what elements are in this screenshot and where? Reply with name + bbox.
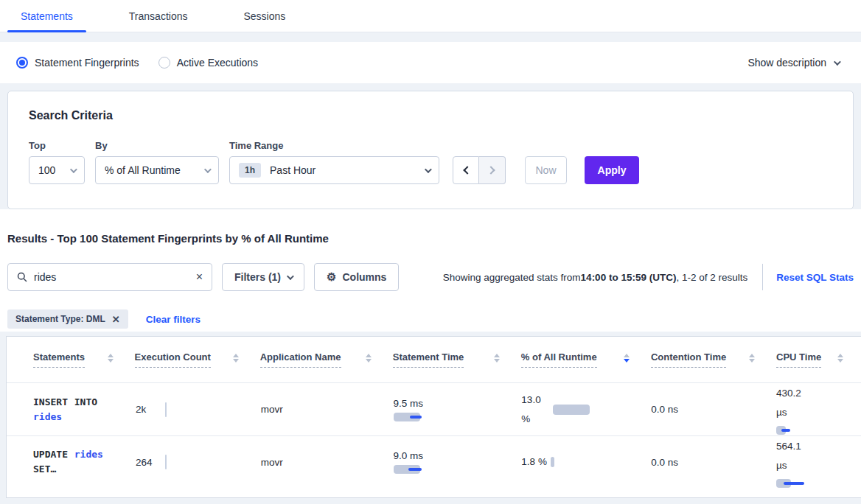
radio-label: Statement Fingerprints bbox=[35, 57, 139, 69]
col-header-statement-time[interactable]: Statement Time bbox=[389, 337, 517, 382]
cpu-time-bar bbox=[776, 479, 810, 488]
by-select[interactable]: % of All Runtime bbox=[95, 156, 219, 184]
time-range-select[interactable]: 1h Past Hour bbox=[229, 156, 439, 184]
tab-label: Sessions bbox=[243, 10, 285, 22]
col-header-runtime-pct[interactable]: % of All Runtime bbox=[517, 337, 647, 382]
filters-button[interactable]: Filters (1) bbox=[222, 263, 304, 291]
cpu-time-value: 564.1 µs bbox=[776, 437, 810, 475]
sort-icon[interactable] bbox=[108, 354, 114, 365]
radio-label: Active Executions bbox=[177, 57, 259, 69]
time-range-badge: 1h bbox=[239, 163, 261, 178]
statement-time-cell: 9.5 ms bbox=[390, 383, 518, 435]
count-bar bbox=[165, 402, 167, 417]
apply-button[interactable]: Apply bbox=[585, 156, 639, 184]
chevron-right-icon bbox=[487, 166, 495, 174]
results-toolbar: × Filters (1) ⚙ Columns Showing aggregat… bbox=[7, 263, 854, 291]
chevron-down-icon bbox=[834, 58, 841, 66]
sort-icon[interactable] bbox=[494, 354, 500, 365]
contention-time-cell: 0.0 ns bbox=[647, 383, 773, 435]
contention-time-value: 0.0 ns bbox=[651, 457, 678, 468]
application-name-value: movr bbox=[261, 457, 283, 468]
statement-cell: UPDATE rides SET… bbox=[7, 436, 132, 488]
radio-active-executions[interactable]: Active Executions bbox=[158, 57, 259, 69]
runtime-pct-cell: 13.0 % bbox=[517, 383, 647, 435]
tab-statements[interactable]: Statements bbox=[7, 0, 86, 32]
tab-label: Statements bbox=[21, 10, 73, 22]
reset-sql-stats-link[interactable]: Reset SQL Stats bbox=[776, 272, 854, 283]
chevron-down-icon bbox=[287, 273, 294, 280]
sort-icon[interactable] bbox=[624, 354, 630, 365]
divider bbox=[762, 264, 763, 290]
search-criteria-title: Search Criteria bbox=[29, 109, 832, 122]
clear-filters-link[interactable]: Clear filters bbox=[146, 314, 201, 325]
filter-pill-label: Statement Type: DML bbox=[15, 314, 105, 324]
remove-filter-icon[interactable]: ✕ bbox=[112, 315, 120, 324]
spacer bbox=[0, 83, 861, 91]
top-select[interactable]: 100 bbox=[29, 156, 85, 184]
time-pager bbox=[453, 156, 506, 184]
runtime-pct-cell: 1.8 % bbox=[517, 436, 647, 488]
sort-icon[interactable] bbox=[366, 354, 372, 365]
table-row: INSERT INTO rides 2k movr 9.5 ms bbox=[7, 382, 861, 435]
by-label: By bbox=[95, 140, 219, 151]
previous-time-button[interactable] bbox=[453, 156, 479, 184]
col-header-cpu-time[interactable]: CPU Time bbox=[773, 337, 861, 382]
chevron-down-icon bbox=[204, 166, 212, 173]
statement-time-bar bbox=[394, 465, 424, 474]
sort-icon[interactable] bbox=[233, 354, 239, 365]
sql-activity-tabbar: Statements Transactions Sessions bbox=[0, 0, 861, 32]
stats-range: 14:00 to 15:59 (UTC) bbox=[581, 272, 677, 283]
radio-statement-fingerprints[interactable]: Statement Fingerprints bbox=[16, 57, 139, 69]
top-select-value: 100 bbox=[38, 164, 55, 176]
application-name-value: movr bbox=[261, 404, 283, 415]
view-toggle-row: Statement Fingerprints Active Executions… bbox=[0, 42, 861, 83]
tab-label: Transactions bbox=[129, 10, 188, 22]
application-name-cell: movr bbox=[257, 436, 390, 488]
sort-icon[interactable] bbox=[749, 354, 755, 365]
radio-selected-icon bbox=[16, 57, 28, 69]
col-header-contention-time[interactable]: Contention Time bbox=[647, 337, 773, 382]
tab-transactions[interactable]: Transactions bbox=[116, 0, 201, 32]
col-header-label: Application Name bbox=[260, 351, 341, 368]
execution-count-cell: 2k bbox=[132, 383, 257, 435]
count-bar bbox=[165, 455, 167, 469]
col-header-label: Execution Count bbox=[135, 351, 211, 368]
execution-count-value: 2k bbox=[136, 404, 161, 415]
now-button[interactable]: Now bbox=[525, 156, 567, 184]
col-header-application-name[interactable]: Application Name bbox=[257, 337, 389, 382]
statement-link[interactable]: rides bbox=[33, 411, 62, 422]
columns-button[interactable]: ⚙ Columns bbox=[314, 263, 399, 291]
aggregated-stats-text: Showing aggregated stats from 14:00 to 1… bbox=[443, 272, 747, 283]
next-time-button[interactable] bbox=[479, 156, 506, 184]
statement-time-value: 9.0 ms bbox=[394, 450, 424, 461]
filters-label: Filters (1) bbox=[234, 271, 281, 283]
col-header-execution-count[interactable]: Execution Count bbox=[131, 337, 257, 382]
statement-search-box: × bbox=[7, 263, 212, 291]
cpu-time-bar bbox=[776, 426, 810, 435]
execution-count-cell: 264 bbox=[132, 436, 257, 488]
chevron-left-icon bbox=[463, 166, 471, 174]
search-input[interactable] bbox=[34, 271, 196, 283]
time-range-label: Time Range bbox=[229, 140, 439, 151]
clear-search-icon[interactable]: × bbox=[196, 271, 203, 283]
show-description-toggle[interactable]: Show description bbox=[747, 57, 839, 69]
runtime-pct-value: 13.0 % bbox=[521, 391, 549, 429]
table-header-row: Statements Execution Count Application N… bbox=[7, 337, 861, 382]
statement-keyword: INSERT INTO bbox=[33, 396, 97, 407]
statement-link[interactable]: rides bbox=[74, 449, 103, 460]
contention-time-cell: 0.0 ns bbox=[647, 436, 773, 488]
sort-icon[interactable] bbox=[837, 354, 843, 365]
search-icon bbox=[17, 272, 27, 282]
contention-time-value: 0.0 ns bbox=[651, 404, 678, 415]
statements-table-wrapper: Statements Execution Count Application N… bbox=[0, 332, 861, 504]
time-range-field: Time Range 1h Past Hour bbox=[229, 140, 439, 184]
tab-sessions[interactable]: Sessions bbox=[230, 0, 299, 32]
results-section: Results - Top 100 Statement Fingerprints… bbox=[0, 209, 861, 332]
execution-count-value: 264 bbox=[136, 457, 161, 468]
statement-cell: INSERT INTO rides bbox=[7, 383, 132, 435]
table-row: UPDATE rides SET… 264 movr 9.0 ms bbox=[7, 435, 861, 488]
statement-time-cell: 9.0 ms bbox=[390, 436, 518, 488]
col-header-statements[interactable]: Statements bbox=[7, 337, 131, 382]
runtime-pct-value: 1.8 % bbox=[521, 452, 547, 472]
by-field: By % of All Runtime bbox=[95, 140, 219, 184]
